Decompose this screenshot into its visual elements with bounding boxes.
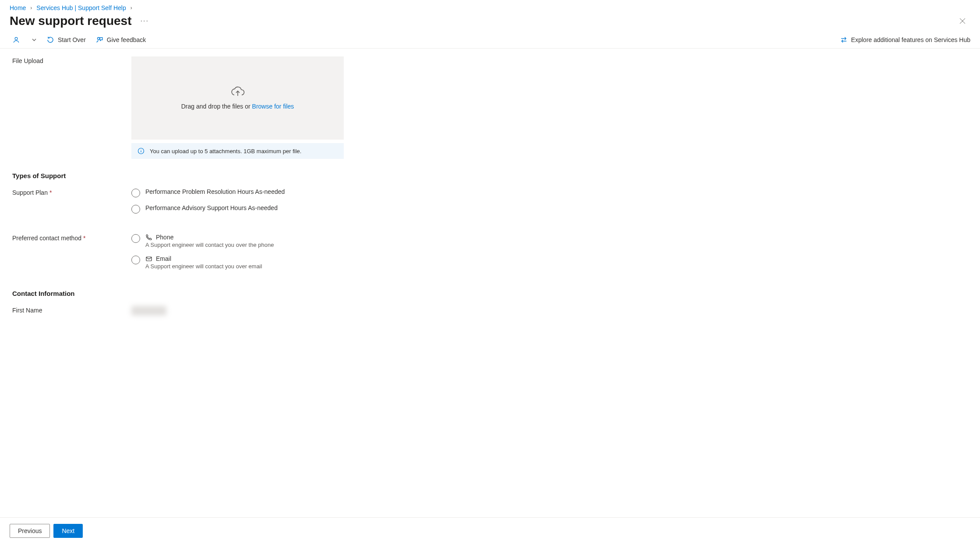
svg-point-2 [15, 37, 18, 40]
required-indicator: * [83, 235, 85, 242]
contact-method-email[interactable]: Email A Support engineer will contact yo… [131, 255, 344, 270]
start-over-button[interactable]: Start Over [46, 36, 86, 44]
info-icon [137, 147, 145, 154]
contact-method-label: Preferred contact method [12, 235, 81, 242]
next-button[interactable]: Next [53, 524, 83, 538]
person-icon [12, 36, 20, 44]
support-plan-label: Support Plan [12, 189, 48, 196]
drop-text-prefix: Drag and drop the files or [181, 103, 252, 110]
contact-email-sub: A Support engineer will contact you over… [145, 263, 262, 270]
explore-features-link[interactable]: Explore additional features on Services … [840, 36, 970, 44]
previous-button[interactable]: Previous [10, 524, 50, 538]
wizard-footer: Previous Next [0, 517, 980, 544]
contact-phone-title: Phone [156, 234, 173, 241]
support-plan-option-0[interactable]: Performance Problem Resolution Hours As-… [131, 188, 344, 197]
feedback-person-icon [95, 36, 103, 44]
contact-email-title: Email [156, 255, 171, 262]
give-feedback-button[interactable]: Give feedback [95, 36, 146, 44]
first-name-label: First Name [12, 307, 42, 314]
toolbar: Start Over Give feedback Explore additio… [0, 36, 980, 49]
restart-icon [46, 36, 54, 44]
support-plan-option-1[interactable]: Performance Advisory Support Hours As-ne… [131, 204, 344, 214]
radio-icon [131, 234, 140, 243]
user-context-button[interactable] [12, 36, 37, 44]
browse-files-link[interactable]: Browse for files [252, 103, 294, 110]
phone-icon [145, 234, 152, 241]
give-feedback-label: Give feedback [107, 36, 146, 43]
more-actions-button[interactable]: ··· [140, 17, 148, 25]
contact-info-heading: Contact Information [12, 290, 962, 297]
breadcrumb: Home › Services Hub | Support Self Help … [0, 4, 980, 14]
chevron-right-icon: › [130, 5, 132, 11]
cloud-upload-icon [230, 86, 245, 98]
dropzone-text: Drag and drop the files or Browse for fi… [181, 103, 294, 110]
form-scroll-area[interactable]: File Upload Drag and drop the files o [0, 49, 980, 517]
start-over-label: Start Over [58, 36, 86, 43]
chevron-down-icon [32, 37, 37, 42]
upload-info-text: You can upload up to 5 attachments. 1GB … [150, 148, 301, 154]
breadcrumb-services-hub[interactable]: Services Hub | Support Self Help [36, 4, 126, 11]
contact-phone-sub: A Support engineer will contact you over… [145, 242, 274, 248]
file-upload-dropzone[interactable]: Drag and drop the files or Browse for fi… [131, 56, 344, 140]
radio-icon [131, 189, 140, 197]
first-name-value [131, 306, 166, 316]
breadcrumb-home[interactable]: Home [10, 4, 26, 11]
mail-icon [145, 255, 152, 262]
file-upload-label: File Upload [12, 57, 43, 64]
close-button[interactable] [955, 15, 970, 27]
swap-icon [840, 36, 848, 44]
radio-icon [131, 205, 140, 214]
explore-features-label: Explore additional features on Services … [851, 36, 970, 43]
page-title: New support request [10, 14, 131, 28]
support-plan-option-0-label: Performance Problem Resolution Hours As-… [145, 188, 285, 195]
types-of-support-heading: Types of Support [12, 172, 962, 179]
support-plan-option-1-label: Performance Advisory Support Hours As-ne… [145, 204, 278, 211]
radio-icon [131, 256, 140, 264]
contact-method-phone[interactable]: Phone A Support engineer will contact yo… [131, 234, 344, 248]
required-indicator: * [49, 189, 52, 196]
upload-info-bar: You can upload up to 5 attachments. 1GB … [131, 143, 344, 159]
chevron-right-icon: › [30, 5, 32, 11]
svg-point-7 [141, 149, 141, 150]
svg-point-3 [97, 38, 99, 40]
